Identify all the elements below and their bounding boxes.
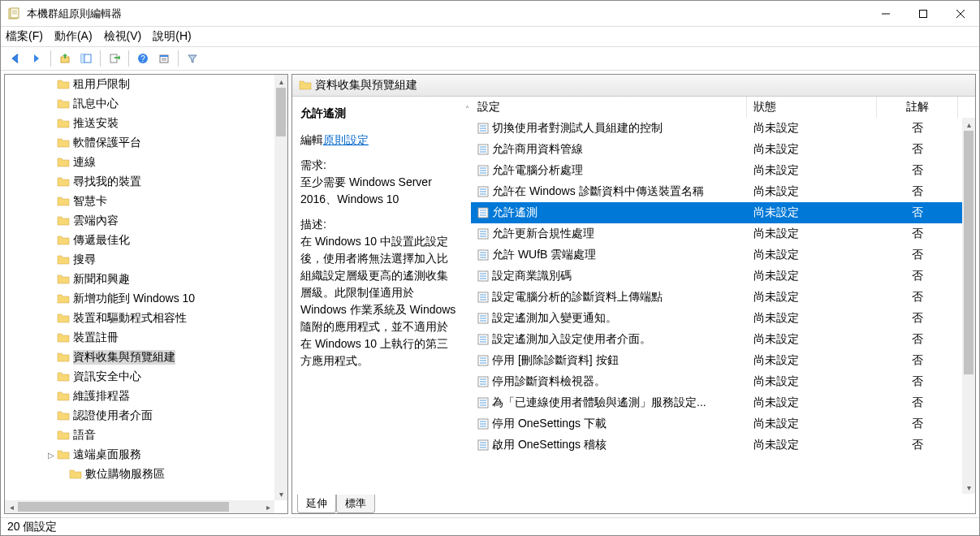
tab-standard[interactable]: 標準	[336, 495, 375, 513]
tree-horizontal-scrollbar[interactable]: ◂ ▸	[5, 500, 274, 513]
window-title: 本機群組原則編輯器	[27, 6, 867, 21]
tree-item-label: 語音	[73, 428, 96, 443]
tree-item[interactable]: 租用戶限制	[5, 75, 274, 94]
menubar: 檔案(F) 動作(A) 檢視(V) 說明(H)	[1, 27, 979, 46]
requirements-body: 至少需要 Windows Server 2016、Windows 10	[300, 175, 432, 205]
tree-vertical-scrollbar[interactable]: ▴ ▾	[274, 75, 287, 500]
app-icon	[7, 7, 20, 20]
setting-row[interactable]: 停用診斷資料檢視器。尚未設定否	[471, 371, 962, 392]
col-state[interactable]: 狀態	[747, 97, 877, 118]
scroll-up-button[interactable]: ▴	[962, 118, 975, 131]
setting-row[interactable]: 允許 WUfB 雲端處理尚未設定否	[471, 244, 962, 266]
export-button[interactable]	[105, 49, 124, 68]
tree-item-label: 搜尋	[73, 253, 96, 267]
close-button[interactable]	[942, 1, 979, 26]
scroll-thumb[interactable]	[964, 131, 974, 374]
tree-item-label: 資訊安全中心	[73, 370, 141, 384]
menu-help[interactable]: 說明(H)	[153, 29, 191, 44]
properties-button[interactable]	[154, 49, 174, 68]
tree-item[interactable]: 軟體保護平台	[5, 133, 274, 153]
setting-row[interactable]: 啟用 OneSettings 稽核尚未設定否	[471, 434, 962, 456]
scroll-left-button[interactable]: ◂	[5, 500, 18, 513]
tree-item[interactable]: 尋找我的裝置	[5, 172, 274, 192]
cell-setting: 允許更新合規性處理	[471, 227, 747, 241]
tree-item[interactable]: 智慧卡	[5, 192, 274, 211]
tree-item[interactable]: 數位購物服務區	[5, 465, 274, 484]
expander-icon[interactable]: ▷	[45, 451, 57, 460]
tree-item-label: 裝置註冊	[73, 331, 119, 345]
tree-item-label: 新增功能到 Windows 10	[73, 292, 195, 306]
maximize-button[interactable]	[904, 1, 942, 26]
tree-item[interactable]: 新聞和興趣	[5, 270, 274, 289]
help-button[interactable]: ?	[133, 49, 153, 68]
scroll-up-button[interactable]: ▴	[274, 75, 287, 88]
status-text: 20 個設定	[7, 520, 57, 533]
setting-name: 設定遙測加入變更通知。	[492, 311, 617, 326]
setting-row[interactable]: 設定電腦分析的診斷資料上傳端點尚未設定否	[471, 287, 962, 308]
tree-item[interactable]: 裝置註冊	[5, 328, 274, 348]
toolbar: ?	[1, 46, 979, 71]
tree-item-label: 雲端內容	[73, 214, 119, 228]
cell-comment: 否	[877, 184, 958, 199]
tree-item[interactable]: 雲端內容	[5, 211, 274, 231]
forward-button[interactable]	[27, 49, 46, 68]
list-vertical-scrollbar[interactable]: ▴ ▾	[962, 118, 975, 494]
back-button[interactable]	[6, 49, 25, 68]
tree-item[interactable]: 訊息中心	[5, 94, 274, 114]
setting-row[interactable]: 停用 OneSettings 下載尚未設定否	[471, 413, 962, 434]
scroll-down-button[interactable]: ▾	[962, 481, 975, 494]
setting-row[interactable]: 允許商用資料管線尚未設定否	[471, 139, 962, 160]
setting-row[interactable]: 設定遙測加入變更通知。尚未設定否	[471, 308, 962, 329]
show-hide-tree-button[interactable]	[76, 49, 96, 68]
setting-row[interactable]: 允許電腦分析處理尚未設定否	[471, 160, 962, 181]
tree-item-label: 資料收集與預覽組建	[73, 350, 175, 365]
setting-row[interactable]: 為「已連線使用者體驗與遙測」服務設定...尚未設定否	[471, 392, 962, 413]
setting-row[interactable]: 設定遙測加入設定使用者介面。尚未設定否	[471, 329, 962, 350]
setting-name: 允許電腦分析處理	[492, 163, 583, 178]
tree-item[interactable]: 資料收集與預覽組建	[5, 348, 274, 367]
setting-name: 允許更新合規性處理	[492, 227, 594, 241]
tree[interactable]: 租用戶限制訊息中心推送安裝軟體保護平台連線尋找我的裝置智慧卡雲端內容傳遞最佳化搜…	[5, 75, 274, 500]
setting-row[interactable]: 停用 [刪除診斷資料] 按鈕尚未設定否	[471, 350, 962, 371]
setting-row[interactable]: 設定商業識別碼尚未設定否	[471, 266, 962, 287]
tree-item[interactable]: 新增功能到 Windows 10	[5, 289, 274, 309]
setting-row[interactable]: 切換使用者對測試人員組建的控制尚未設定否	[471, 118, 962, 139]
cell-setting: 設定遙測加入變更通知。	[471, 311, 747, 326]
tree-item[interactable]: 連線	[5, 153, 274, 172]
scroll-right-button[interactable]: ▸	[261, 500, 274, 513]
scroll-thumb[interactable]	[276, 88, 286, 136]
list-rows[interactable]: 切換使用者對測試人員組建的控制尚未設定否允許商用資料管線尚未設定否允許電腦分析處…	[471, 118, 962, 494]
tree-item[interactable]: 搜尋	[5, 250, 274, 270]
menu-view[interactable]: 檢視(V)	[104, 29, 142, 44]
cell-state: 尚未設定	[747, 353, 877, 368]
menu-file[interactable]: 檔案(F)	[6, 29, 43, 44]
scroll-down-button[interactable]: ▾	[274, 487, 287, 500]
tree-item[interactable]: 資訊安全中心	[5, 367, 274, 387]
cell-setting: 允許在 Windows 診斷資料中傳送裝置名稱	[471, 184, 747, 199]
tree-item[interactable]: 認證使用者介面	[5, 406, 274, 426]
cell-comment: 否	[877, 332, 958, 347]
menu-action[interactable]: 動作(A)	[54, 29, 93, 44]
cell-comment: 否	[877, 269, 958, 283]
minimize-button[interactable]	[867, 1, 904, 26]
column-splitter[interactable]: ˄	[463, 97, 471, 494]
edit-policy-link[interactable]: 原則設定	[323, 133, 369, 146]
setting-row[interactable]: 允許遙測尚未設定否	[471, 202, 962, 223]
cell-state: 尚未設定	[747, 142, 877, 157]
tab-extended[interactable]: 延伸	[297, 495, 336, 513]
tree-item[interactable]: 推送安裝	[5, 114, 274, 133]
cell-setting: 設定電腦分析的診斷資料上傳端點	[471, 290, 747, 305]
col-setting[interactable]: 設定	[471, 97, 747, 118]
setting-row[interactable]: 允許更新合規性處理尚未設定否	[471, 223, 962, 244]
setting-row[interactable]: 允許在 Windows 診斷資料中傳送裝置名稱尚未設定否	[471, 181, 962, 202]
up-button[interactable]	[55, 49, 75, 68]
tree-item[interactable]: 維護排程器	[5, 387, 274, 406]
tree-item[interactable]: ▷遠端桌面服務	[5, 445, 274, 465]
filter-button[interactable]	[183, 49, 202, 68]
tree-item[interactable]: 裝置和驅動程式相容性	[5, 309, 274, 328]
tree-item[interactable]: 傳遞最佳化	[5, 231, 274, 250]
col-comment[interactable]: 註解	[877, 97, 958, 118]
tree-item[interactable]: 語音	[5, 426, 274, 445]
scroll-thumb[interactable]	[18, 502, 229, 512]
cell-comment: 否	[877, 290, 958, 305]
